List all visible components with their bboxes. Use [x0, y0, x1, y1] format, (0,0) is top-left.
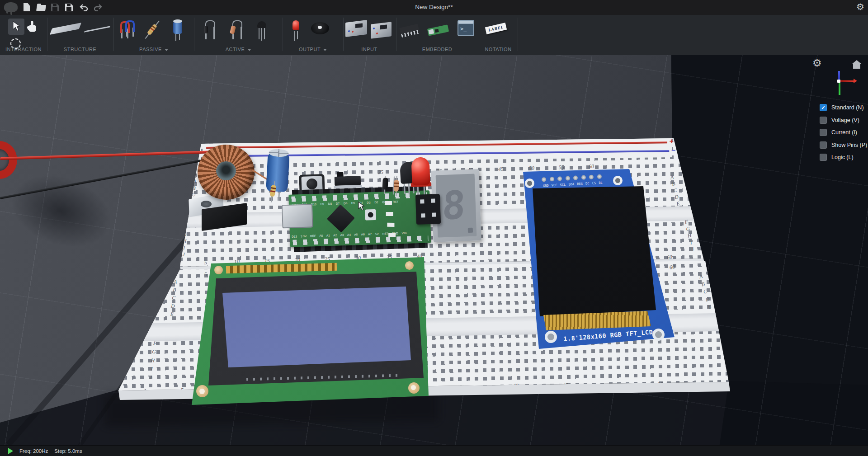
section-label-input: INPUT [361, 47, 377, 52]
diode-leg [241, 27, 242, 39]
tft-mount-hole [525, 179, 534, 188]
toroid-core [216, 161, 236, 180]
power-supply-icon[interactable] [345, 20, 367, 37]
row-letters: FGHIJ [148, 339, 157, 382]
breadboard-component-icon[interactable] [50, 23, 81, 35]
jumper-wires-icon[interactable] [120, 20, 137, 38]
transistor-leg [264, 28, 265, 39]
viewport-settings-icon[interactable]: ⚙ [812, 58, 822, 67]
capacitor-top [173, 19, 182, 23]
led-leg [294, 31, 295, 41]
step-readout: Step: 5.0ms [54, 448, 82, 454]
settings-icon[interactable]: ⚙ [856, 2, 864, 11]
checkbox-checked-icon[interactable]: ✓ [820, 104, 827, 111]
checkbox-label: Show Pins (P) [831, 142, 867, 148]
tft-pin [565, 176, 570, 181]
home-roof [852, 60, 862, 64]
checkbox-show-pins[interactable]: Show Pins (P) [820, 141, 868, 149]
seven-segment-digit: 8 [441, 178, 467, 233]
switch-body [335, 176, 361, 186]
view-options-panel: ✓ Standard (N) Voltage (V) Current (I) S… [820, 104, 868, 166]
frequency-readout: Freq: 200Hz [19, 448, 48, 454]
voltage-regulator[interactable] [189, 196, 252, 228]
function-generator-icon[interactable] [371, 22, 392, 39]
terminal-icon[interactable]: >_ [458, 20, 474, 36]
label-text: OUTPUT [299, 47, 321, 52]
dropdown-caret-icon[interactable] [323, 49, 327, 51]
wire-component-icon[interactable] [84, 26, 110, 32]
capacitor-body [173, 21, 182, 34]
checkbox-unchecked-icon[interactable] [820, 141, 827, 149]
checkbox-standard[interactable]: ✓ Standard (N) [820, 104, 868, 111]
capacitor-leg [175, 33, 176, 41]
play-simulation-button[interactable] [8, 448, 13, 454]
select-tool-icon[interactable] [12, 21, 21, 33]
toolbar-divider [47, 18, 47, 51]
transistor-leg [408, 183, 410, 194]
dip-ic-component-icon[interactable] [399, 24, 419, 34]
toolbar-divider [396, 18, 396, 51]
tft-pin [557, 176, 562, 181]
nano-smd-led [387, 223, 394, 227]
generator-display [380, 24, 387, 29]
viewport-3d[interactable]: + − 1 25 35 40 45 50 55 60 5 10 15 20 25… [0, 0, 868, 456]
diode-component-icon[interactable] [204, 20, 218, 40]
checkbox-voltage[interactable]: Voltage (V) [820, 117, 868, 124]
home-body [853, 64, 860, 69]
resistor-body [147, 24, 157, 35]
transistor-body [257, 21, 266, 28]
board-number: 5 [204, 259, 207, 266]
section-label-passive: PASSIVE [139, 47, 168, 52]
mouse-cursor [358, 202, 365, 212]
interact-hand-icon[interactable] [26, 20, 38, 33]
diode-body [204, 26, 208, 33]
red-led[interactable] [410, 156, 432, 197]
section-label-structure: STRUCTURE [64, 47, 96, 52]
toroid-inductor[interactable] [198, 145, 255, 200]
dropdown-caret-icon[interactable] [247, 49, 251, 51]
led-component-icon[interactable] [292, 19, 301, 41]
document-title: New Design** [0, 4, 868, 10]
capacitor-component-icon[interactable] [173, 19, 184, 41]
nano-usb-connector [282, 204, 313, 228]
checkbox-unchecked-icon[interactable] [820, 129, 827, 136]
led-leg [297, 31, 298, 39]
generator-knob [376, 33, 378, 34]
checkbox-unchecked-icon[interactable] [820, 154, 827, 161]
lcd-mount-hole [405, 261, 414, 270]
home-view-icon[interactable] [852, 60, 862, 69]
checkbox-logic[interactable]: Logic (L) [820, 154, 868, 161]
transistor-component-icon[interactable] [257, 21, 268, 40]
checkbox-current[interactable]: Current (I) [820, 129, 868, 136]
buzzer-component-icon[interactable] [311, 22, 329, 34]
nano-smd-led [385, 201, 392, 205]
component-toolbar: INTERACTION STRUCTURE [0, 15, 868, 55]
supply-display [355, 23, 363, 28]
title-bar: New Design** ⚙ [0, 0, 868, 15]
tft-mount-hole [652, 329, 665, 341]
dropdown-caret-icon[interactable] [165, 49, 168, 51]
checkbox-label: Current (I) [831, 129, 857, 136]
resistor-body [394, 180, 399, 192]
checkbox-label: Logic (L) [831, 154, 854, 160]
tft-pin [549, 177, 554, 182]
checkbox-label: Voltage (V) [831, 117, 859, 123]
seven-segment-face: 8 [436, 174, 477, 238]
pin-header-2x2[interactable] [415, 194, 441, 225]
glass-diode-component-icon[interactable] [231, 20, 245, 40]
capacitor-leg [179, 33, 180, 40]
arduino-nano-component-icon[interactable] [427, 24, 449, 36]
jumper-blue-arch [125, 20, 135, 32]
tft-mount-hole [545, 331, 557, 343]
terminal-titlebar [458, 21, 473, 24]
checkbox-unchecked-icon[interactable] [820, 117, 827, 124]
diode-leg [213, 27, 215, 39]
seven-segment-dot [468, 228, 473, 233]
resistor-component-icon[interactable] [141, 18, 164, 42]
nano-smd-led [388, 233, 396, 237]
label-text: INPUT [361, 47, 377, 52]
label-component-icon[interactable]: LABEL [485, 23, 507, 34]
resistor-band [394, 183, 399, 184]
regulator-tab-hole [201, 201, 212, 207]
lcd-mount-hole [214, 266, 223, 274]
